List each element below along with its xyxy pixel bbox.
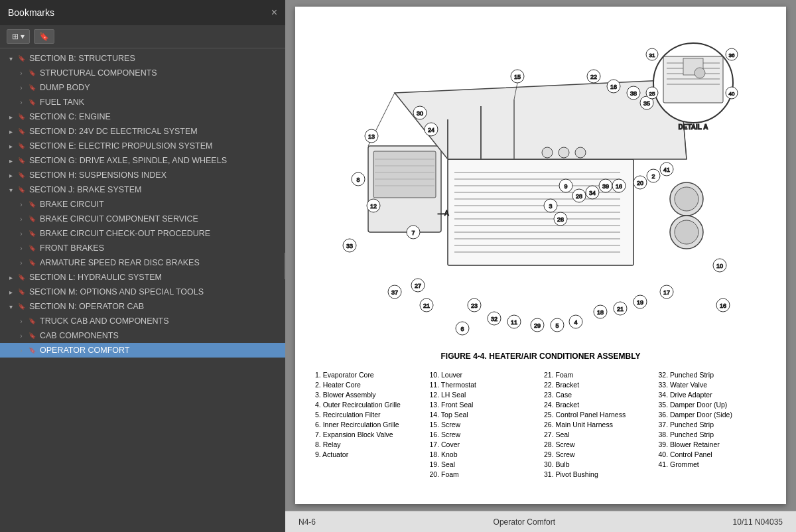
list-item: 33. Water Valve xyxy=(659,380,767,389)
bookmark-icon: 🔖 xyxy=(27,245,37,251)
sidebar-content[interactable]: ▾🔖SECTION B: STRUCTURES›🔖STRUCTURAL COMP… xyxy=(0,48,285,532)
sidebar-item-label: STRUCTURAL COMPONENTS xyxy=(40,68,157,78)
bookmark-icon: 🔖 xyxy=(27,230,37,237)
list-item: 14. Top Seal xyxy=(430,410,538,419)
sidebar-item-label: DUMP BODY xyxy=(40,83,90,92)
expand-arrow: › xyxy=(16,318,27,325)
svg-text:38: 38 xyxy=(630,90,637,97)
sidebar-item-label: CAB COMPONENTS xyxy=(40,331,119,340)
svg-text:8: 8 xyxy=(356,176,360,183)
list-item: 40. Control Panel xyxy=(659,450,767,459)
bookmark-button[interactable]: 🔖 xyxy=(34,29,54,44)
sidebar-item-label: SECTION M: OPTIONS AND SPECIAL TOOLS xyxy=(29,287,204,297)
expand-arrow: › xyxy=(16,259,27,267)
svg-text:32: 32 xyxy=(491,316,498,322)
svg-text:16: 16 xyxy=(720,302,726,309)
svg-text:16: 16 xyxy=(616,183,622,190)
footer-center: Operator Comfort xyxy=(494,517,555,527)
sidebar-toolbar: ⊞ ▾ 🔖 xyxy=(0,25,285,48)
expand-arrow: ▸ xyxy=(5,113,16,121)
expand-all-button[interactable]: ⊞ ▾ xyxy=(7,29,30,44)
bookmark-icon: 🔖 xyxy=(27,201,37,208)
bookmark-icon: 🔖 xyxy=(16,289,27,295)
expand-arrow: ▸ xyxy=(5,289,16,296)
svg-text:10: 10 xyxy=(716,263,723,269)
sidebar-item-cab-components[interactable]: ›🔖CAB COMPONENTS xyxy=(0,328,285,343)
sidebar-item-brake-circuit[interactable]: ›🔖BRAKE CIRCUIT xyxy=(0,197,285,212)
list-item: 25. Control Panel Harness xyxy=(544,410,652,419)
sidebar-item-brake-circuit-component-service[interactable]: ›🔖BRAKE CIRCUIT COMPONENT SERVICE xyxy=(0,212,285,226)
svg-text:19: 19 xyxy=(637,299,643,306)
svg-text:28: 28 xyxy=(576,193,582,200)
svg-text:27: 27 xyxy=(415,283,421,289)
sidebar-item-operator-comfort[interactable]: ›🔖OPERATOR COMFORT xyxy=(0,343,285,358)
svg-text:23: 23 xyxy=(471,302,478,309)
figure-title: FIGURE 4-4. HEATER/AIR CONDITIONER ASSEM… xyxy=(441,352,641,361)
sidebar-item-armature-speed[interactable]: ›🔖ARMATURE SPEED REAR DISC BRAKES xyxy=(0,255,285,270)
page-view[interactable]: 15 22 16 38 35 xyxy=(285,0,796,511)
svg-text:15: 15 xyxy=(514,74,521,80)
svg-text:12: 12 xyxy=(370,203,377,210)
list-item: 35. Damper Door (Up) xyxy=(659,400,767,409)
list-item: 30. Bulb xyxy=(544,460,652,469)
close-icon[interactable]: × xyxy=(271,7,277,19)
bookmark-icon: 🔖 xyxy=(27,216,37,222)
bookmark-icon: 🔖 xyxy=(16,157,27,164)
sidebar-item-section-h[interactable]: ▸🔖SECTION H: SUSPENSIONS INDEX xyxy=(0,168,285,182)
list-item: 32. Punched Strip xyxy=(659,370,767,379)
sidebar-item-label: BRAKE CIRCUIT CHECK-OUT PROCEDURE xyxy=(40,229,210,238)
expand-arrow: ▾ xyxy=(5,55,16,62)
list-item: 9. Actuator xyxy=(315,450,423,459)
list-item: 4. Outer Recirculation Grille xyxy=(315,400,423,409)
bookmark-icon: 🔖 xyxy=(27,332,37,339)
svg-text:18: 18 xyxy=(597,309,604,316)
sidebar-item-fuel-tank[interactable]: ›🔖FUEL TANK xyxy=(0,95,285,109)
list-item xyxy=(315,460,423,469)
svg-text:41: 41 xyxy=(663,166,670,173)
svg-text:DETAIL A: DETAIL A xyxy=(679,123,708,131)
sidebar-item-front-brakes[interactable]: ›🔖FRONT BRAKES xyxy=(0,241,285,255)
sidebar-item-section-d[interactable]: ▸🔖SECTION D: 24V DC ELECTRICAL SYSTEM xyxy=(0,124,285,139)
svg-text:13: 13 xyxy=(368,133,375,140)
svg-text:11: 11 xyxy=(511,319,517,326)
list-item: 38. Punched Strip xyxy=(659,430,767,439)
expand-arrow: › xyxy=(16,347,27,354)
expand-arrow: ▾ xyxy=(5,303,16,310)
sidebar-item-label: BRAKE CIRCUIT xyxy=(40,200,104,209)
bookmark-icon: 🔖 xyxy=(16,186,27,193)
sidebar-item-section-l[interactable]: ▸🔖SECTION L: HYDRAULIC SYSTEM xyxy=(0,270,285,285)
svg-point-24 xyxy=(675,187,698,211)
sidebar-item-section-m[interactable]: ▸🔖SECTION M: OPTIONS AND SPECIAL TOOLS xyxy=(0,285,285,299)
sidebar-item-truck-cab[interactable]: ›🔖TRUCK CAB AND COMPONENTS xyxy=(0,314,285,328)
footer-right: 10/11 N04035 xyxy=(733,517,783,527)
collapse-handle[interactable]: ◀ xyxy=(284,253,285,279)
list-item: 16. Screw xyxy=(430,430,538,439)
sidebar-item-section-e[interactable]: ▸🔖SECTION E: ELECTRIC PROPULSION SYSTEM xyxy=(0,139,285,153)
bookmark-icon: 🔖 xyxy=(27,70,37,76)
svg-point-26 xyxy=(675,220,698,244)
sidebar-item-structural-components[interactable]: ›🔖STRUCTURAL COMPONENTS xyxy=(0,66,285,80)
sidebar-item-label: SECTION B: STRUCTURES xyxy=(29,54,135,63)
sidebar-item-section-b[interactable]: ▾🔖SECTION B: STRUCTURES xyxy=(0,51,285,66)
list-item: 29. Screw xyxy=(544,450,652,459)
expand-arrow: › xyxy=(16,216,27,223)
svg-text:2: 2 xyxy=(651,173,655,180)
list-item: 36. Damper Door (Side) xyxy=(659,410,767,419)
sidebar-item-section-j[interactable]: ▾🔖SECTION J: BRAKE SYSTEM xyxy=(0,182,285,197)
bookmark-icon: 🔖 xyxy=(16,113,27,120)
sidebar-item-section-n[interactable]: ▾🔖SECTION N: OPERATOR CAB xyxy=(0,299,285,314)
sidebar-item-dump-body[interactable]: ›🔖DUMP BODY xyxy=(0,80,285,95)
sidebar-title: Bookmarks xyxy=(8,7,54,18)
bookmark-icon: 🔖 xyxy=(16,143,27,149)
svg-text:31: 31 xyxy=(649,52,655,58)
svg-text:7: 7 xyxy=(411,230,415,236)
main-content: 15 22 16 38 35 xyxy=(285,0,796,532)
sidebar-item-label: ARMATURE SPEED REAR DISC BRAKES xyxy=(40,258,200,267)
expand-arrow: › xyxy=(16,230,27,237)
parts-list: 1. Evaporator Core10. Louver21. Foam32. … xyxy=(315,370,766,479)
expand-arrow: ▸ xyxy=(5,274,16,281)
sidebar-item-brake-circuit-checkout[interactable]: ›🔖BRAKE CIRCUIT CHECK-OUT PROCEDURE xyxy=(0,226,285,241)
sidebar-item-section-c[interactable]: ▸🔖SECTION C: ENGINE xyxy=(0,109,285,124)
list-item: 5. Recirculation Filter xyxy=(315,410,423,419)
sidebar-item-section-g[interactable]: ▸🔖SECTION G: DRIVE AXLE, SPINDLE, AND WH… xyxy=(0,153,285,168)
